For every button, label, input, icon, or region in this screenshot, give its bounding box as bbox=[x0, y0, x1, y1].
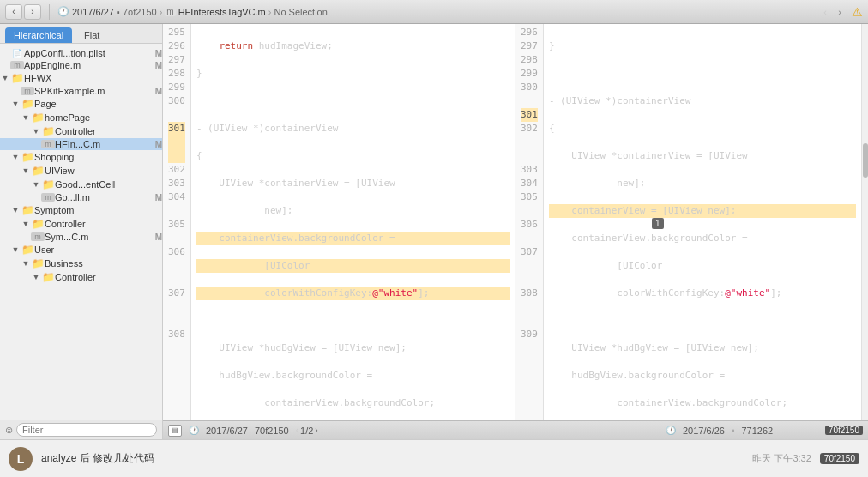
nav-back-button[interactable]: ‹ bbox=[5, 4, 22, 20]
code-line: UIView *hudBgView = [UIView new]; bbox=[196, 341, 510, 355]
tree-label: AppConfi...tion.plist bbox=[24, 48, 154, 58]
folder-icon: 📁 bbox=[31, 165, 45, 177]
line-num: 304 bbox=[168, 190, 185, 204]
code-line: { bbox=[196, 149, 510, 163]
scrollbar-thumb[interactable] bbox=[863, 143, 868, 178]
line-num: 301 bbox=[521, 108, 538, 122]
line-num: 308 bbox=[521, 287, 538, 300]
code-line: - (UIView *)containerView bbox=[196, 122, 510, 136]
list-item[interactable]: m Sym...C.m M bbox=[0, 231, 162, 243]
tree-label: Symptom bbox=[34, 205, 162, 215]
breadcrumb-sep-2: › bbox=[268, 7, 272, 17]
folder-icon: 📁 bbox=[41, 271, 55, 283]
tree-toggle[interactable]: ▼ bbox=[10, 153, 21, 161]
list-item[interactable]: ▼ 📁 Shopping bbox=[0, 150, 162, 164]
tree-label: Controller bbox=[45, 219, 162, 229]
code-line: } bbox=[196, 67, 510, 81]
nav-forward-button[interactable]: › bbox=[24, 4, 41, 20]
code-line: hudBgView.backgroundColor = bbox=[196, 369, 510, 383]
tree-toggle[interactable]: ▼ bbox=[21, 259, 31, 268]
tree-badge: M bbox=[155, 87, 162, 96]
tree-badge: M bbox=[155, 232, 162, 242]
line-num bbox=[168, 259, 185, 273]
list-item[interactable]: m HFIn...C.m M bbox=[0, 138, 162, 150]
tree-toggle[interactable]: ▼ bbox=[31, 273, 41, 281]
code-line: { bbox=[549, 122, 856, 136]
nav-arrows: ‹ › bbox=[818, 5, 847, 19]
tree-toggle[interactable]: ▼ bbox=[0, 74, 10, 82]
list-item[interactable]: ▼ 📁 Controller bbox=[0, 217, 162, 231]
list-item[interactable]: ▼ 📁 Business bbox=[0, 257, 162, 270]
tree-label: Controller bbox=[55, 272, 162, 282]
list-item[interactable]: ▼ 📁 Page bbox=[0, 97, 162, 111]
tree-label: Go...ll.m bbox=[55, 192, 154, 202]
tree-toggle[interactable]: ▼ bbox=[21, 220, 31, 228]
tree-label: AppEngine.m bbox=[24, 60, 154, 70]
line-num: 300 bbox=[521, 81, 538, 94]
tree-toggle[interactable]: ▼ bbox=[31, 127, 41, 136]
code-line: return hudImageView; bbox=[196, 39, 510, 53]
list-item[interactable]: m SPKitExample.m M bbox=[0, 85, 162, 97]
tab-hierarchical[interactable]: Hierarchical bbox=[5, 27, 72, 43]
hash-label: ▪ 7of2150 bbox=[117, 7, 157, 17]
code-line: colorWithConfigKey:@"white"]; bbox=[196, 287, 510, 300]
list-item[interactable]: ▼ 📁 UIView bbox=[0, 164, 162, 178]
code-content-left: 295 296 297 298 299 300 301 302 303 304 bbox=[163, 24, 515, 420]
line-num bbox=[168, 341, 185, 355]
folder-icon: 📁 bbox=[41, 125, 55, 137]
filename-label: HFInterestsTagVC.m bbox=[178, 7, 266, 17]
line-num bbox=[168, 273, 185, 287]
tree-label: Page bbox=[34, 99, 162, 109]
line-num: 298 bbox=[168, 67, 185, 81]
tree-label: HFIn...C.m bbox=[55, 139, 154, 149]
tree-toggle[interactable]: ▼ bbox=[10, 100, 21, 108]
line-numbers-right: 296 297 298 299 300 301 302 303 304 305 bbox=[515, 24, 544, 420]
tree-label: Shopping bbox=[34, 152, 162, 162]
line-num: 298 bbox=[521, 53, 538, 67]
code-line: UIView *hudBgView = [UIView new]; bbox=[549, 341, 856, 355]
list-item[interactable]: ▼ 📁 User bbox=[0, 243, 162, 257]
list-item[interactable]: ▼ 📁 HFWX bbox=[0, 71, 162, 85]
line-num: 301 bbox=[168, 122, 185, 136]
list-item[interactable]: 📄 AppConfi...tion.plist M bbox=[0, 47, 162, 59]
diff-tooltip: 1 bbox=[652, 218, 664, 229]
line-num bbox=[168, 108, 185, 122]
code-text-left[interactable]: return hudImageView; } - (UIView *)conta… bbox=[191, 24, 515, 420]
filter-input[interactable] bbox=[16, 423, 157, 437]
list-item[interactable]: ▼ 📁 homePage bbox=[0, 111, 162, 124]
nav-left-arrow[interactable]: ‹ bbox=[818, 5, 832, 19]
tab-flat[interactable]: Flat bbox=[75, 27, 108, 43]
code-text-right[interactable]: } - (UIView *)containerView { UIView *co… bbox=[544, 24, 861, 420]
list-item[interactable]: ▼ 📁 Controller bbox=[0, 270, 162, 284]
line-num: 302 bbox=[168, 163, 185, 177]
tree-toggle[interactable]: ▼ bbox=[10, 206, 21, 214]
prev-page-button[interactable]: ‹ bbox=[296, 426, 298, 435]
list-item[interactable]: ▼ 📁 Good...entCell bbox=[0, 178, 162, 191]
tree-toggle[interactable]: ▼ bbox=[10, 245, 21, 254]
grid-icon[interactable]: ▤ bbox=[168, 425, 182, 437]
line-num: 305 bbox=[521, 190, 538, 204]
line-num: 300 bbox=[168, 94, 185, 108]
avatar: L bbox=[9, 447, 33, 471]
nav-right-arrow[interactable]: › bbox=[833, 5, 847, 19]
tree-label: User bbox=[34, 245, 162, 255]
list-item[interactable]: m AppEngine.m M bbox=[0, 59, 162, 71]
line-num bbox=[521, 136, 538, 149]
tree-toggle[interactable]: ▼ bbox=[21, 166, 31, 175]
file-icon: m bbox=[10, 61, 24, 69]
line-num: 295 bbox=[168, 26, 185, 39]
list-item[interactable]: ▼ 📁 Symptom bbox=[0, 203, 162, 217]
list-item[interactable]: ▼ 📁 Controller bbox=[0, 124, 162, 138]
toolbar: ‹ › 🕐 2017/6/27 ▪ 7of2150 › m HFInterest… bbox=[0, 0, 868, 24]
tree-toggle[interactable]: ▼ bbox=[21, 113, 31, 122]
sidebar: Hierarchical Flat 📄 AppConfi...tion.plis… bbox=[0, 24, 163, 439]
code-line: UIView *containerView = [UIView bbox=[196, 177, 510, 190]
tree-toggle[interactable]: ▼ bbox=[31, 180, 41, 189]
tree-label: Controller bbox=[55, 126, 162, 136]
scrollbar-right[interactable] bbox=[861, 24, 868, 420]
next-page-button[interactable]: › bbox=[315, 426, 317, 435]
code-line bbox=[196, 94, 510, 108]
line-num: 299 bbox=[168, 81, 185, 94]
line-num: 303 bbox=[168, 177, 185, 190]
list-item[interactable]: m Go...ll.m M bbox=[0, 191, 162, 203]
